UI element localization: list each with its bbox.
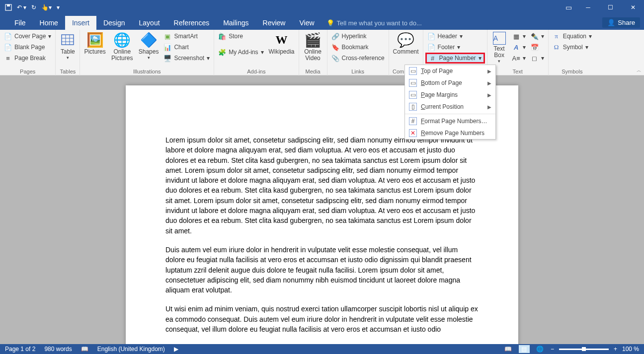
save-button[interactable] <box>5 4 12 11</box>
store-button[interactable]: 🛍️Store <box>216 31 265 42</box>
paragraph[interactable]: Ut wisi enim ad minim veniam, quis nostr… <box>165 304 479 334</box>
footer-button[interactable]: 📄Footer ▾ <box>425 42 485 53</box>
ribbon-display-options[interactable]: ▭ <box>565 3 572 11</box>
view-read-mode[interactable]: 📖 <box>503 345 514 353</box>
shapes-button[interactable]: 🔷Shapes▾ <box>137 31 161 61</box>
tell-me-search[interactable]: 💡 Tell me what you want to do... <box>322 16 427 30</box>
menu-remove-page-numbers[interactable]: ✕Remove Page Numbers <box>405 127 495 139</box>
smartart-button[interactable]: ▣SmartArt <box>161 31 212 42</box>
status-macro-icon[interactable]: ▶ <box>174 346 178 353</box>
page-number-button[interactable]: #Page Number ▾ <box>425 53 485 64</box>
status-words[interactable]: 980 words <box>44 346 72 353</box>
group-pages-label: Pages <box>2 69 53 75</box>
status-spell-icon[interactable]: 📖 <box>81 346 88 353</box>
cross-reference-button[interactable]: 📎Cross-reference <box>329 53 387 64</box>
date-time-icon: 📅 <box>531 43 539 51</box>
tab-layout[interactable]: Layout <box>132 16 167 30</box>
paragraph[interactable]: Duis autem vel eum iriure dolor in hendr… <box>165 245 479 295</box>
close-button[interactable]: ✕ <box>622 0 644 15</box>
page-break-button[interactable]: ≡Page Break <box>2 53 53 64</box>
wikipedia-button[interactable]: WWikipedia <box>267 31 297 56</box>
my-addins-icon: 🧩 <box>218 48 226 56</box>
equation-button[interactable]: πEquation ▾ <box>551 31 594 42</box>
page-number-menu: ▭Top of Page▶ ▭Bottom of Page▶ ▭Page Mar… <box>404 65 496 140</box>
comment-button[interactable]: 💬Comment <box>391 31 421 56</box>
online-pictures-button[interactable]: 🌐Online Pictures <box>109 31 136 63</box>
store-icon: 🛍️ <box>218 32 226 40</box>
blank-page-label: Blank Page <box>14 44 45 51</box>
wikipedia-icon: W <box>276 32 288 48</box>
tab-design[interactable]: Design <box>96 16 132 30</box>
text-box-icon: A <box>493 32 506 45</box>
bookmark-icon: 🔖 <box>331 43 339 51</box>
smartart-label: SmartArt <box>174 33 197 40</box>
status-page[interactable]: Page 1 of 2 <box>5 346 35 353</box>
wordart-button[interactable]: A▾ <box>510 42 528 53</box>
redo-button[interactable]: ↻ <box>31 4 36 11</box>
screenshot-button[interactable]: 🖥️Screenshot ▾ <box>161 53 212 64</box>
text-box-button[interactable]: AText Box▾ <box>489 31 509 65</box>
qat-customize[interactable]: ▾ <box>57 4 60 11</box>
view-print-layout[interactable]: ▤ <box>519 345 530 353</box>
status-language[interactable]: English (United Kingdom) <box>97 346 165 353</box>
cover-page-icon: 📄 <box>4 32 12 40</box>
blank-page-button[interactable]: 📄Blank Page <box>2 42 53 53</box>
menu-top-of-page[interactable]: ▭Top of Page▶ <box>405 65 495 77</box>
top-of-page-icon: ▭ <box>409 67 417 75</box>
date-time-button[interactable]: 📅 <box>529 42 546 53</box>
minimize-button[interactable]: ─ <box>577 0 599 15</box>
collapse-ribbon-button[interactable]: ︿ <box>637 67 642 74</box>
zoom-slider[interactable] <box>559 349 609 350</box>
video-label: Online Video <box>303 49 323 62</box>
chart-icon: 📊 <box>163 43 171 51</box>
view-web-layout[interactable]: 🌐 <box>535 345 546 353</box>
cross-ref-icon: 📎 <box>331 54 339 62</box>
footer-label: Footer <box>438 44 455 51</box>
zoom-level[interactable]: 100 % <box>622 346 639 353</box>
pictures-icon: 🖼️ <box>86 32 104 48</box>
tab-file[interactable]: File <box>7 16 33 30</box>
svg-rect-1 <box>7 4 10 6</box>
hyperlink-button[interactable]: 🔗Hyperlink <box>329 31 387 42</box>
signature-line-button[interactable]: ✒️▾ <box>529 31 546 42</box>
object-button[interactable]: ◻▾ <box>529 53 546 64</box>
zoom-out-button[interactable]: − <box>551 346 554 353</box>
symbol-button[interactable]: ΩSymbol ▾ <box>551 42 594 53</box>
video-icon: 🎬 <box>304 32 322 48</box>
group-text-label: Text <box>489 69 546 75</box>
quick-parts-button[interactable]: ▦▾ <box>510 31 528 42</box>
chart-label: Chart <box>174 44 188 51</box>
header-button[interactable]: 📄Header ▾ <box>425 31 485 42</box>
undo-button[interactable]: ↶ ▾ <box>17 4 26 11</box>
group-links-label: Links <box>329 69 387 75</box>
online-video-button[interactable]: 🎬Online Video <box>301 31 325 63</box>
touch-mode-button[interactable]: 👆▾ <box>41 4 52 11</box>
tab-home[interactable]: Home <box>33 16 65 30</box>
menu-format-page-numbers[interactable]: #Format Page Numbers… <box>405 115 495 127</box>
svg-rect-2 <box>62 35 74 45</box>
tab-review[interactable]: Review <box>256 16 293 30</box>
my-addins-button[interactable]: 🧩My Add-ins ▾ <box>216 47 265 58</box>
page-margins-icon: ▭ <box>409 91 417 99</box>
pictures-button[interactable]: 🖼️Pictures <box>82 31 107 56</box>
tab-references[interactable]: References <box>167 16 217 30</box>
menu-bottom-of-page[interactable]: ▭Bottom of Page▶ <box>405 77 495 89</box>
drop-cap-button[interactable]: A≡▾ <box>510 53 528 64</box>
tab-view[interactable]: View <box>292 16 321 30</box>
tab-insert[interactable]: Insert <box>65 16 96 30</box>
cover-page-button[interactable]: 📄Cover Page ▾ <box>2 31 53 42</box>
paragraph[interactable]: Lorem ipsum dolor sit amet, consetetur s… <box>165 135 479 236</box>
chart-button[interactable]: 📊Chart <box>161 42 212 53</box>
store-label: Store <box>229 33 243 40</box>
document-area[interactable]: Lorem ipsum dolor sit amet, consetetur s… <box>0 75 644 344</box>
menu-current-position[interactable]: ▯Current Position▶ <box>405 101 495 113</box>
window-controls: ─ ☐ ✕ <box>577 0 644 15</box>
tab-mailings[interactable]: Mailings <box>216 16 255 30</box>
share-button[interactable]: 👤 Share <box>602 17 640 28</box>
menu-page-margins[interactable]: ▭Page Margins▶ <box>405 89 495 101</box>
maximize-button[interactable]: ☐ <box>599 0 622 15</box>
table-button[interactable]: Table▾ <box>58 31 78 61</box>
group-addins: 🛍️Store 🧩My Add-ins ▾ WWikipedia Add-ins <box>214 30 299 75</box>
zoom-in-button[interactable]: + <box>614 346 617 353</box>
bookmark-button[interactable]: 🔖Bookmark <box>329 42 387 53</box>
